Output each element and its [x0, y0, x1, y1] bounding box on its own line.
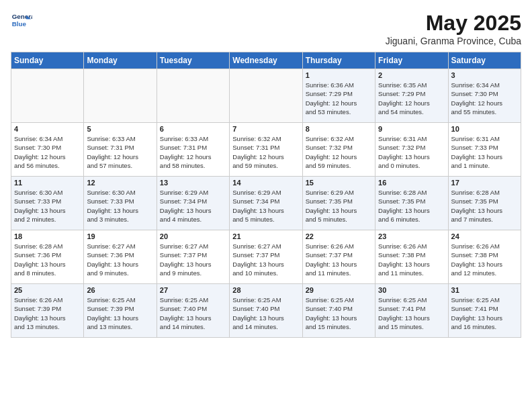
day-cell: 2Sunrise: 6:35 AM Sunset: 7:29 PM Daylig… — [375, 69, 448, 123]
day-detail: Sunrise: 6:31 AM Sunset: 7:32 PM Dayligh… — [378, 134, 445, 170]
day-detail: Sunrise: 6:36 AM Sunset: 7:29 PM Dayligh… — [306, 81, 372, 116]
day-detail: Sunrise: 6:25 AM Sunset: 7:41 PM Dayligh… — [451, 295, 518, 331]
week-row-3: 11Sunrise: 6:30 AM Sunset: 7:33 PM Dayli… — [11, 177, 521, 230]
day-detail: Sunrise: 6:26 AM Sunset: 7:38 PM Dayligh… — [451, 242, 518, 277]
day-detail: Sunrise: 6:33 AM Sunset: 7:31 PM Dayligh… — [87, 134, 153, 170]
day-detail: Sunrise: 6:27 AM Sunset: 7:37 PM Dayligh… — [160, 242, 226, 277]
day-cell: 6Sunrise: 6:33 AM Sunset: 7:31 PM Daylig… — [157, 123, 229, 177]
day-detail: Sunrise: 6:25 AM Sunset: 7:39 PM Dayligh… — [87, 295, 153, 331]
day-number: 31 — [451, 286, 518, 294]
day-detail: Sunrise: 6:25 AM Sunset: 7:40 PM Dayligh… — [160, 295, 226, 331]
day-detail: Sunrise: 6:29 AM Sunset: 7:34 PM Dayligh… — [232, 188, 299, 224]
col-header-saturday: Saturday — [448, 52, 521, 69]
day-detail: Sunrise: 6:29 AM Sunset: 7:34 PM Dayligh… — [160, 188, 226, 224]
day-cell: 28Sunrise: 6:25 AM Sunset: 7:40 PM Dayli… — [230, 284, 302, 338]
day-cell: 16Sunrise: 6:28 AM Sunset: 7:35 PM Dayli… — [375, 177, 448, 230]
month-title: May 2025 — [386, 11, 521, 36]
day-detail: Sunrise: 6:25 AM Sunset: 7:40 PM Dayligh… — [306, 295, 372, 331]
day-cell — [11, 69, 84, 123]
col-header-friday: Friday — [375, 52, 448, 69]
day-number: 16 — [378, 179, 445, 187]
day-number: 21 — [232, 232, 299, 240]
day-cell: 12Sunrise: 6:30 AM Sunset: 7:33 PM Dayli… — [84, 177, 157, 230]
day-detail: Sunrise: 6:35 AM Sunset: 7:29 PM Dayligh… — [378, 81, 445, 116]
day-detail: Sunrise: 6:26 AM Sunset: 7:37 PM Dayligh… — [306, 242, 372, 277]
day-cell: 21Sunrise: 6:27 AM Sunset: 7:37 PM Dayli… — [230, 230, 302, 284]
day-cell — [230, 69, 302, 123]
day-number: 12 — [87, 179, 153, 187]
logo-icon: General Blue — [11, 11, 32, 32]
day-detail: Sunrise: 6:30 AM Sunset: 7:33 PM Dayligh… — [14, 188, 81, 224]
day-number: 4 — [14, 125, 81, 133]
day-number: 7 — [232, 125, 299, 133]
week-row-4: 18Sunrise: 6:28 AM Sunset: 7:36 PM Dayli… — [11, 230, 521, 284]
day-cell: 8Sunrise: 6:32 AM Sunset: 7:32 PM Daylig… — [302, 123, 375, 177]
day-cell: 31Sunrise: 6:25 AM Sunset: 7:41 PM Dayli… — [448, 284, 521, 338]
day-cell: 11Sunrise: 6:30 AM Sunset: 7:33 PM Dayli… — [11, 177, 84, 230]
day-detail: Sunrise: 6:27 AM Sunset: 7:36 PM Dayligh… — [87, 242, 153, 277]
day-number: 23 — [378, 232, 445, 240]
day-number: 25 — [14, 286, 81, 294]
day-number: 22 — [306, 232, 372, 240]
day-cell: 5Sunrise: 6:33 AM Sunset: 7:31 PM Daylig… — [84, 123, 157, 177]
day-cell: 23Sunrise: 6:26 AM Sunset: 7:38 PM Dayli… — [375, 230, 448, 284]
day-cell: 7Sunrise: 6:32 AM Sunset: 7:31 PM Daylig… — [230, 123, 302, 177]
day-number: 8 — [306, 125, 372, 133]
day-number: 15 — [306, 179, 372, 187]
day-number: 28 — [232, 286, 299, 294]
day-number: 6 — [160, 125, 226, 133]
day-cell: 20Sunrise: 6:27 AM Sunset: 7:37 PM Dayli… — [157, 230, 229, 284]
col-header-wednesday: Wednesday — [230, 52, 302, 69]
day-cell: 14Sunrise: 6:29 AM Sunset: 7:34 PM Dayli… — [230, 177, 302, 230]
day-cell: 17Sunrise: 6:28 AM Sunset: 7:35 PM Dayli… — [448, 177, 521, 230]
svg-text:General: General — [12, 13, 32, 20]
day-cell: 19Sunrise: 6:27 AM Sunset: 7:36 PM Dayli… — [84, 230, 157, 284]
header: General Blue May 2025 Jiguani, Granma Pr… — [11, 11, 521, 46]
day-cell: 29Sunrise: 6:25 AM Sunset: 7:40 PM Dayli… — [302, 284, 375, 338]
day-number: 17 — [451, 179, 518, 187]
location-title: Jiguani, Granma Province, Cuba — [386, 36, 521, 46]
day-number: 19 — [87, 232, 153, 240]
day-cell: 27Sunrise: 6:25 AM Sunset: 7:40 PM Dayli… — [157, 284, 229, 338]
day-number: 10 — [451, 125, 518, 133]
day-number: 26 — [87, 286, 153, 294]
day-number: 27 — [160, 286, 226, 294]
day-cell: 26Sunrise: 6:25 AM Sunset: 7:39 PM Dayli… — [84, 284, 157, 338]
col-header-sunday: Sunday — [11, 52, 84, 69]
title-area: May 2025 Jiguani, Granma Province, Cuba — [386, 11, 521, 46]
day-detail: Sunrise: 6:31 AM Sunset: 7:33 PM Dayligh… — [451, 134, 518, 170]
svg-text:Blue: Blue — [12, 20, 27, 28]
day-number: 11 — [14, 179, 81, 187]
day-detail: Sunrise: 6:33 AM Sunset: 7:31 PM Dayligh… — [160, 134, 226, 170]
day-cell — [157, 69, 229, 123]
day-cell: 24Sunrise: 6:26 AM Sunset: 7:38 PM Dayli… — [448, 230, 521, 284]
day-detail: Sunrise: 6:28 AM Sunset: 7:36 PM Dayligh… — [14, 242, 81, 277]
day-cell: 3Sunrise: 6:34 AM Sunset: 7:30 PM Daylig… — [448, 69, 521, 123]
day-detail: Sunrise: 6:32 AM Sunset: 7:31 PM Dayligh… — [232, 134, 299, 170]
day-detail: Sunrise: 6:30 AM Sunset: 7:33 PM Dayligh… — [87, 188, 153, 224]
day-number: 14 — [232, 179, 299, 187]
col-header-tuesday: Tuesday — [157, 52, 229, 69]
day-cell: 15Sunrise: 6:29 AM Sunset: 7:35 PM Dayli… — [302, 177, 375, 230]
day-cell: 18Sunrise: 6:28 AM Sunset: 7:36 PM Dayli… — [11, 230, 84, 284]
day-detail: Sunrise: 6:28 AM Sunset: 7:35 PM Dayligh… — [378, 188, 445, 224]
day-detail: Sunrise: 6:34 AM Sunset: 7:30 PM Dayligh… — [451, 81, 518, 116]
day-cell: 1Sunrise: 6:36 AM Sunset: 7:29 PM Daylig… — [302, 69, 375, 123]
header-row: SundayMondayTuesdayWednesdayThursdayFrid… — [11, 52, 521, 69]
day-cell: 13Sunrise: 6:29 AM Sunset: 7:34 PM Dayli… — [157, 177, 229, 230]
calendar-table: SundayMondayTuesdayWednesdayThursdayFrid… — [11, 52, 521, 338]
day-number: 24 — [451, 232, 518, 240]
day-detail: Sunrise: 6:27 AM Sunset: 7:37 PM Dayligh… — [232, 242, 299, 277]
week-row-2: 4Sunrise: 6:34 AM Sunset: 7:30 PM Daylig… — [11, 123, 521, 177]
day-cell: 25Sunrise: 6:26 AM Sunset: 7:39 PM Dayli… — [11, 284, 84, 338]
day-detail: Sunrise: 6:26 AM Sunset: 7:39 PM Dayligh… — [14, 295, 81, 331]
day-number: 30 — [378, 286, 445, 294]
day-cell: 4Sunrise: 6:34 AM Sunset: 7:30 PM Daylig… — [11, 123, 84, 177]
day-detail: Sunrise: 6:34 AM Sunset: 7:30 PM Dayligh… — [14, 134, 81, 170]
week-row-1: 1Sunrise: 6:36 AM Sunset: 7:29 PM Daylig… — [11, 69, 521, 123]
day-cell: 22Sunrise: 6:26 AM Sunset: 7:37 PM Dayli… — [302, 230, 375, 284]
day-number: 29 — [306, 286, 372, 294]
day-detail: Sunrise: 6:25 AM Sunset: 7:40 PM Dayligh… — [232, 295, 299, 331]
col-header-thursday: Thursday — [302, 52, 375, 69]
day-cell: 30Sunrise: 6:25 AM Sunset: 7:41 PM Dayli… — [375, 284, 448, 338]
